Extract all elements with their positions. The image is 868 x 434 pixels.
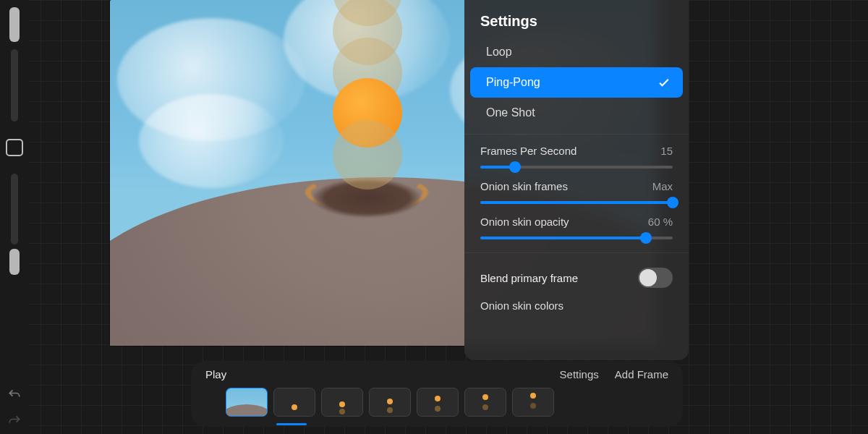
frame-thumbnail[interactable] xyxy=(464,388,506,417)
onion-colors-row[interactable]: Onion skin colors xyxy=(464,289,689,312)
cloud xyxy=(139,94,284,188)
brush-size-handle[interactable] xyxy=(9,7,20,42)
undo-icon[interactable] xyxy=(7,388,22,402)
frame-thumbnail[interactable] xyxy=(321,388,363,417)
onion-opacity-row: Onion skin opacity 60 % xyxy=(464,211,689,247)
fps-label: Frames Per Second xyxy=(480,145,576,157)
play-button[interactable]: Play xyxy=(205,368,226,380)
brush-size-track[interactable] xyxy=(11,49,18,122)
option-label: Loop xyxy=(486,46,512,59)
fps-value: 15 xyxy=(660,145,673,157)
divider xyxy=(464,134,689,135)
redo-icon[interactable] xyxy=(7,414,22,428)
frame-thumbnail[interactable] xyxy=(369,388,411,417)
add-frame-button[interactable]: Add Frame xyxy=(615,368,668,380)
onion-frames-value: Max xyxy=(652,180,673,192)
frame-thumbnail[interactable] xyxy=(512,388,554,417)
onion-frames-label: Onion skin frames xyxy=(480,180,568,192)
onion-frames-slider[interactable] xyxy=(480,194,673,211)
onion-opacity-label: Onion skin opacity xyxy=(480,216,569,228)
playhead-indicator[interactable] xyxy=(276,423,307,425)
modifier-button[interactable] xyxy=(6,139,23,156)
blend-primary-toggle[interactable] xyxy=(638,268,673,288)
opacity-track[interactable] xyxy=(11,174,18,244)
playback-mode-loop[interactable]: Loop xyxy=(470,37,683,67)
animation-settings-panel: Settings Loop Ping-Pong One Shot Frames … xyxy=(464,0,689,360)
blend-primary-row: Blend primary frame xyxy=(464,259,689,289)
settings-title: Settings xyxy=(480,13,689,30)
frame-thumbnail[interactable] xyxy=(273,388,315,417)
onion-colors-label: Onion skin colors xyxy=(480,299,563,312)
frame-strip xyxy=(205,388,668,417)
onion-ghost-frame xyxy=(333,120,402,190)
opacity-handle[interactable] xyxy=(9,249,20,275)
animation-timeline: Play Settings Add Frame xyxy=(191,361,683,427)
onion-frames-row: Onion skin frames Max xyxy=(464,176,689,211)
fps-slider[interactable] xyxy=(480,158,673,176)
fps-row: Frames Per Second 15 xyxy=(464,140,689,176)
onion-opacity-value: 60 % xyxy=(648,216,673,228)
left-toolbar xyxy=(0,0,29,434)
option-label: One Shot xyxy=(486,106,535,119)
option-label: Ping-Pong xyxy=(486,76,540,89)
playback-mode-one-shot[interactable]: One Shot xyxy=(470,98,683,128)
timeline-settings-button[interactable]: Settings xyxy=(560,368,599,380)
divider xyxy=(464,252,689,253)
frame-thumbnail[interactable] xyxy=(417,388,459,417)
onion-opacity-slider[interactable] xyxy=(480,229,673,247)
playback-mode-ping-pong[interactable]: Ping-Pong xyxy=(470,67,683,98)
blend-primary-label: Blend primary frame xyxy=(480,272,578,284)
checkmark-icon xyxy=(657,75,671,90)
frame-thumbnail[interactable] xyxy=(226,388,268,417)
